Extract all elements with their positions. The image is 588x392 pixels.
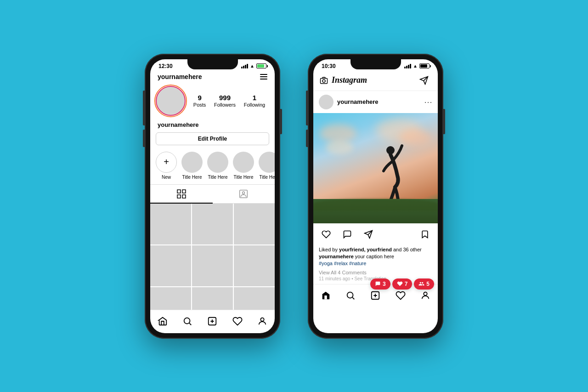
person-add-notif-icon xyxy=(418,281,424,287)
cloud-4 xyxy=(326,141,353,154)
feed-header: Instagram xyxy=(313,71,438,91)
save-button[interactable] xyxy=(418,227,432,242)
feed-nav-home[interactable] xyxy=(318,288,333,303)
feed-battery-icon xyxy=(419,63,430,68)
followers-stat[interactable]: 999 Followers xyxy=(214,94,236,108)
follower-notification[interactable]: 5 xyxy=(414,278,434,290)
post-actions-left xyxy=(319,227,376,242)
menu-button[interactable] xyxy=(260,74,267,80)
profile-display-name: yournamehere xyxy=(158,121,199,128)
comment-notif-icon xyxy=(375,281,381,287)
nav-heart[interactable] xyxy=(230,314,245,329)
feed-nav-profile[interactable] xyxy=(418,288,433,303)
feed-status-icons: ▲ xyxy=(404,63,430,68)
story-circle-1[interactable] xyxy=(181,152,203,173)
post-header: yournamehere ⋯ xyxy=(313,91,438,113)
profile-name-section: yournamehere xyxy=(150,119,275,132)
notification-bubbles: 3 7 5 xyxy=(370,278,434,290)
grid-cell-3[interactable] xyxy=(234,204,275,244)
grid-cell-5[interactable] xyxy=(192,245,233,286)
caption-username: yournamehere xyxy=(319,254,354,259)
like-button[interactable] xyxy=(319,227,334,242)
new-story-item[interactable]: + New xyxy=(156,152,177,180)
like-notification[interactable]: 7 xyxy=(392,278,413,290)
post-user-info: yournamehere xyxy=(319,95,379,109)
story-item-3[interactable]: Title Here xyxy=(233,152,254,180)
edit-profile-button[interactable]: Edit Profile xyxy=(156,132,269,145)
feed-nav-add[interactable] xyxy=(368,288,383,303)
story-label-2: Title Here xyxy=(208,175,228,180)
stories-row: + New Title Here Title Here Title Here xyxy=(150,150,275,184)
phone-feed: 10:30 ▲ xyxy=(308,54,443,339)
svg-rect-2 xyxy=(177,195,181,198)
feed-wifi-icon: ▲ xyxy=(413,63,418,68)
posts-count: 9 xyxy=(198,94,201,102)
grid-cell-4[interactable] xyxy=(150,245,191,286)
instagram-wordmark: Instagram xyxy=(332,75,367,85)
nav-profile[interactable] xyxy=(255,314,270,329)
post-more-button[interactable]: ⋯ xyxy=(424,98,432,106)
story-item-2[interactable]: Title Here xyxy=(207,152,228,180)
following-label: Following xyxy=(244,102,265,108)
profile-username-header: yournamehere xyxy=(158,73,202,80)
ground xyxy=(313,199,438,223)
follower-count: 5 xyxy=(426,281,430,287)
profile-header: yournamehere xyxy=(150,71,275,83)
story-circle-4[interactable] xyxy=(259,152,275,173)
following-count: 1 xyxy=(253,94,256,102)
liked-by-users: yourfriend, yourfriend xyxy=(339,247,392,252)
vol-silent-btn xyxy=(143,91,145,103)
feed-nav-search[interactable] xyxy=(343,288,358,303)
story-label-3: Title Here xyxy=(234,175,254,180)
story-label-1: Title Here xyxy=(182,175,202,180)
nav-search[interactable] xyxy=(180,314,195,329)
time-display: 12:30 xyxy=(158,63,173,69)
vol-up-btn xyxy=(143,108,145,125)
caption-text: your caption here xyxy=(354,254,394,259)
story-item-4[interactable]: Title Here xyxy=(259,152,275,180)
hashtags: #yoga #relax #nature xyxy=(319,261,366,266)
tab-grid[interactable] xyxy=(150,185,213,203)
notch xyxy=(187,59,238,69)
svg-point-6 xyxy=(184,318,190,324)
phones-container: 12:30 ▲ yournamehere xyxy=(145,54,443,339)
feed-screen: 10:30 ▲ xyxy=(313,59,438,333)
following-stat[interactable]: 1 Following xyxy=(244,94,265,108)
feed-nav-heart[interactable] xyxy=(393,288,408,303)
posts-label: Posts xyxy=(193,102,206,108)
grid-cell-2[interactable] xyxy=(192,204,233,244)
nav-home[interactable] xyxy=(155,314,170,329)
story-circle-2[interactable] xyxy=(207,152,228,173)
profile-screen: 12:30 ▲ yournamehere xyxy=(150,59,275,333)
stats-numbers: 9 Posts 999 Followers 1 Following xyxy=(189,94,269,108)
new-story-circle[interactable]: + xyxy=(156,152,177,173)
wifi-icon: ▲ xyxy=(250,63,254,68)
comment-notification[interactable]: 3 xyxy=(370,278,390,290)
grid-cell-9[interactable] xyxy=(234,287,275,310)
grid-icon xyxy=(177,189,186,199)
nav-add[interactable] xyxy=(205,314,220,329)
comment-count: 3 xyxy=(383,281,386,287)
comment-button[interactable] xyxy=(340,227,355,242)
post-avatar[interactable] xyxy=(319,95,334,109)
grid-cell-1[interactable] xyxy=(150,204,191,244)
bottom-nav-profile xyxy=(150,310,275,333)
feed-vol-silent-btn xyxy=(306,91,308,103)
svg-point-8 xyxy=(260,318,264,321)
send-button[interactable] xyxy=(417,73,431,88)
tab-tagged[interactable] xyxy=(213,185,275,203)
grid-cell-6[interactable] xyxy=(234,245,275,286)
feed-vol-down-btn xyxy=(306,130,308,147)
posts-stat[interactable]: 9 Posts xyxy=(193,94,206,108)
grid-cell-8[interactable] xyxy=(192,287,233,310)
photo-grid xyxy=(150,204,275,310)
share-button[interactable] xyxy=(361,227,376,242)
followers-label: Followers xyxy=(214,102,236,108)
svg-rect-0 xyxy=(177,190,181,193)
grid-cell-7[interactable] xyxy=(150,287,191,310)
view-comments[interactable]: View All 4 Comments xyxy=(313,269,438,276)
story-circle-3[interactable] xyxy=(233,152,254,173)
story-item-1[interactable]: Title Here xyxy=(181,152,203,180)
post-photo xyxy=(313,113,438,223)
profile-avatar[interactable] xyxy=(156,86,186,116)
